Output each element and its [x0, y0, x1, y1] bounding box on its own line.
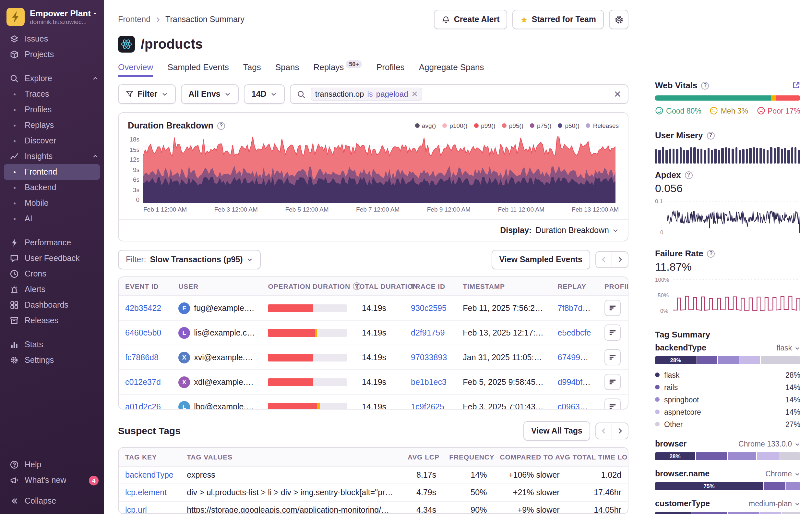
sidebar-item-settings[interactable]: Settings: [0, 352, 104, 368]
legend-item[interactable]: p99(): [474, 122, 495, 129]
event-id-link[interactable]: a01d2c26: [125, 402, 161, 409]
sidebar-item-discover[interactable]: Discover: [0, 133, 104, 148]
tag-distribution-bar[interactable]: 28%: [655, 452, 800, 460]
filter-dropdown[interactable]: Filter: [118, 84, 175, 104]
event-id-link[interactable]: fc7886d8: [125, 353, 158, 362]
trace-id-link[interactable]: 930c2595: [411, 303, 446, 313]
column-header[interactable]: AVG LCP: [401, 448, 443, 466]
org-switcher[interactable]: Empower Plant dominik.buszowiec...: [0, 6, 104, 31]
sidebar-item-ai[interactable]: AI: [0, 211, 104, 226]
column-header[interactable]: TIMESTAMP: [456, 277, 551, 296]
tag-legend-row[interactable]: springboot14%: [655, 393, 800, 406]
legend-item[interactable]: p75(): [530, 122, 551, 129]
sidebar-item-help[interactable]: Help: [0, 457, 104, 472]
next-page-button[interactable]: [612, 422, 629, 439]
tag-value-dropdown[interactable]: Chrome 133.0.0: [738, 440, 800, 448]
column-header[interactable]: EVENT ID: [119, 277, 172, 296]
trace-id-link[interactable]: 1c9f2625: [411, 402, 444, 409]
tag-distribution-bar[interactable]: 25%: [655, 512, 800, 514]
trace-id-link[interactable]: be1b1ec3: [411, 377, 446, 386]
starred-for-team-button[interactable]: ★ Starred for Team: [512, 10, 604, 29]
previous-page-button[interactable]: [596, 422, 612, 439]
sidebar-item-dashboards[interactable]: Dashboards: [0, 297, 104, 313]
replay-link[interactable]: d994bf8d: [558, 377, 591, 386]
tab-spans[interactable]: Spans: [275, 62, 299, 77]
replay-link[interactable]: e5edbcfe: [558, 328, 591, 337]
legend-item[interactable]: p50(): [558, 122, 579, 129]
search-token[interactable]: transaction.op is pageload ✕: [311, 88, 423, 101]
profile-button[interactable]: [605, 349, 621, 366]
column-header[interactable]: TOTAL DURATION: [349, 277, 404, 296]
sidebar-item-crons[interactable]: Crons: [0, 266, 104, 282]
column-header[interactable]: COMPARED TO AVG: [493, 448, 566, 466]
legend-item[interactable]: p100(): [442, 122, 467, 129]
help-icon[interactable]: ?: [706, 131, 715, 139]
tab-aggregate-spans[interactable]: Aggregate Spans: [419, 62, 484, 77]
tab-profiles[interactable]: Profiles: [376, 62, 405, 77]
token-remove-icon[interactable]: ✕: [411, 90, 418, 98]
open-web-vitals-icon[interactable]: [792, 81, 800, 89]
next-page-button[interactable]: [612, 251, 629, 268]
profile-button[interactable]: [605, 324, 621, 341]
column-header[interactable]: PROFILE: [598, 277, 628, 296]
help-icon[interactable]: ?: [707, 249, 715, 257]
sidebar-item-performance[interactable]: Performance: [0, 235, 104, 250]
sidebar-item-insights[interactable]: Insights: [0, 148, 104, 164]
display-dropdown[interactable]: Duration Breakdown: [535, 226, 619, 235]
replay-link[interactable]: 67499e14: [558, 353, 594, 362]
view-sampled-events-button[interactable]: View Sampled Events: [491, 250, 590, 269]
tag-distribution-bar[interactable]: 28%: [655, 356, 800, 364]
sidebar-item-stats[interactable]: Stats: [0, 337, 104, 352]
user-misery-chart[interactable]: [655, 146, 800, 164]
sidebar-item-replays[interactable]: Replays: [0, 117, 104, 133]
column-header[interactable]: TAG VALUES: [180, 448, 401, 466]
tab-replays[interactable]: Replays50+: [313, 62, 362, 77]
trace-id-link[interactable]: d2f91759: [411, 328, 444, 337]
profile-button[interactable]: [605, 399, 621, 409]
tag-legend-row[interactable]: flask28%: [655, 369, 800, 381]
sidebar-item-whats-new[interactable]: What's new 4: [0, 472, 104, 488]
sidebar-item-user-feedback[interactable]: User Feedback: [0, 250, 104, 266]
help-icon[interactable]: ?: [685, 171, 692, 179]
column-header[interactable]: TRACE ID: [404, 277, 456, 296]
column-header[interactable]: REPLAY: [551, 277, 598, 296]
legend-item[interactable]: p95(): [502, 122, 523, 129]
help-icon[interactable]: ?: [701, 81, 709, 89]
trace-id-link[interactable]: 97033893: [411, 353, 447, 362]
transactions-filter-dropdown[interactable]: Filter: Slow Transactions (p95): [118, 250, 261, 269]
legend-item[interactable]: avg(): [415, 122, 436, 129]
sidebar-item-traces[interactable]: Traces: [0, 86, 104, 102]
tab-tags[interactable]: Tags: [243, 62, 261, 77]
tag-legend-row[interactable]: aspnetcore14%: [655, 406, 800, 418]
tag-distribution-bar[interactable]: 75%: [655, 482, 800, 490]
column-header[interactable]: OPERATION DURATION?: [262, 277, 349, 296]
tab-sampled-events[interactable]: Sampled Events: [167, 62, 229, 77]
search-clear-icon[interactable]: ✕: [614, 89, 621, 99]
tag-value-dropdown[interactable]: flask: [777, 344, 800, 352]
profile-button[interactable]: [605, 374, 621, 390]
tag-key-link[interactable]: backendType: [125, 470, 173, 479]
replay-link[interactable]: 7f8b7d1a: [558, 303, 591, 313]
search-input[interactable]: transaction.op is pageload ✕ ✕: [290, 84, 629, 104]
event-id-link[interactable]: 42b35422: [125, 303, 161, 313]
event-id-link[interactable]: 6460e5b0: [125, 328, 161, 337]
column-header-sorted[interactable]: TOTAL TIME LOST: [566, 448, 628, 466]
date-range-dropdown[interactable]: 14D: [244, 84, 285, 104]
sidebar-item-alerts[interactable]: Alerts: [0, 282, 104, 297]
tag-value-dropdown[interactable]: medium-plan: [749, 500, 800, 508]
sidebar-item-profiles[interactable]: Profiles: [0, 102, 104, 117]
tag-key-link[interactable]: lcp.url: [125, 505, 147, 514]
column-header[interactable]: USER: [172, 277, 261, 296]
environment-dropdown[interactable]: All Envs: [181, 84, 239, 104]
previous-page-button[interactable]: [596, 251, 612, 268]
tag-legend-row[interactable]: Other27%: [655, 418, 800, 430]
apdex-chart[interactable]: 0.1 0: [655, 198, 800, 236]
replay-link[interactable]: c0963d8b: [558, 402, 593, 409]
event-id-link[interactable]: c012e37d: [125, 377, 161, 386]
sidebar-item-issues[interactable]: Issues: [0, 31, 104, 47]
transaction-settings-button[interactable]: [609, 10, 629, 29]
sidebar-item-mobile[interactable]: Mobile: [0, 195, 104, 211]
sidebar-item-projects[interactable]: Projects: [0, 47, 104, 62]
view-all-tags-button[interactable]: View All Tags: [523, 421, 590, 440]
tag-legend-row[interactable]: rails14%: [655, 381, 800, 393]
